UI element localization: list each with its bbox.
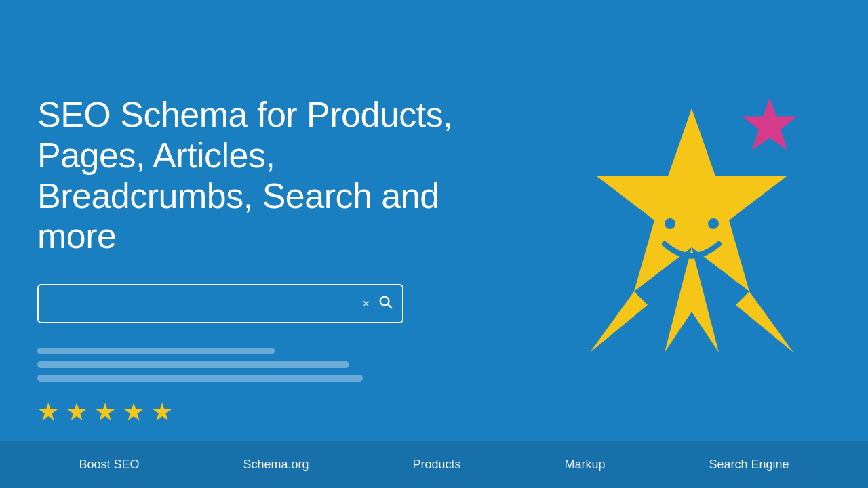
svg-point-7 (665, 218, 675, 229)
search-engine-link[interactable]: Search Engine (709, 458, 789, 472)
search-icons: × (362, 294, 393, 313)
svg-marker-6 (736, 291, 793, 352)
footer: Boost SEO Schema.org Products Markup Sea… (0, 441, 868, 488)
star-1: ★ (37, 398, 59, 426)
clear-icon[interactable]: × (362, 297, 370, 311)
search-icon[interactable] (378, 294, 393, 313)
star-5: ★ (151, 398, 173, 426)
search-bar[interactable]: × (37, 284, 403, 323)
skeleton-line-1 (37, 348, 275, 354)
star-3: ★ (94, 398, 116, 426)
star-illustration (556, 68, 814, 366)
search-input[interactable] (37, 284, 403, 323)
boost-seo-link[interactable]: Boost SEO (79, 458, 139, 472)
star-2: ★ (66, 398, 87, 426)
stars-rating: ★ ★ ★ ★ ★ (37, 398, 831, 426)
svg-line-1 (388, 304, 391, 308)
svg-marker-5 (590, 291, 648, 352)
products-link[interactable]: Products (412, 458, 460, 472)
svg-marker-4 (665, 247, 719, 352)
schema-org-link[interactable]: Schema.org (243, 458, 309, 472)
skeleton-line-2 (37, 361, 349, 368)
headline: SEO Schema for Products, Pages, Articles… (37, 95, 498, 257)
skeleton-line-3 (37, 375, 363, 382)
markup-link[interactable]: Markup (564, 458, 605, 472)
svg-point-8 (708, 218, 719, 229)
yellow-star-icon (583, 102, 800, 352)
star-4: ★ (123, 398, 144, 426)
